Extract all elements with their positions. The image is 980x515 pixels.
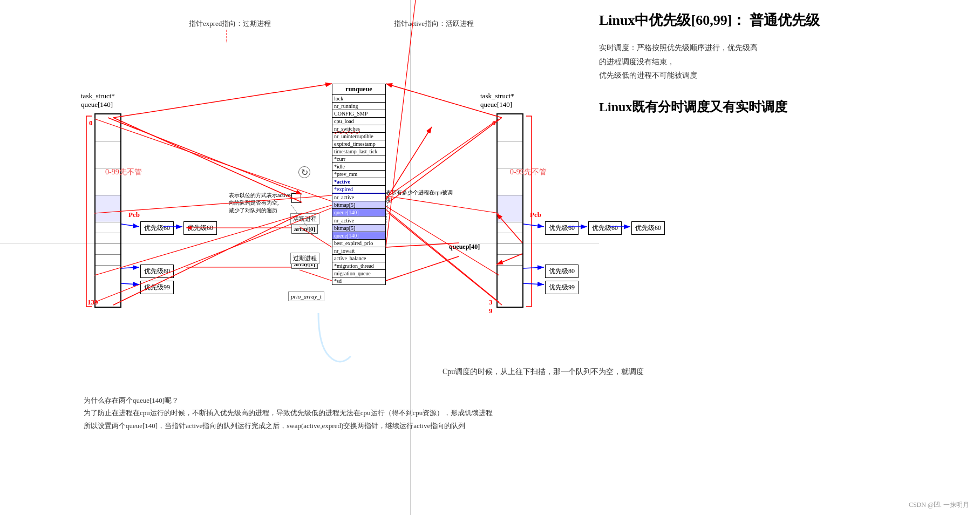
vertical-divider [410,0,411,515]
rq-nr-uninterruptible: nr_uninterruptible [332,132,385,140]
svg-line-30 [386,0,416,247]
svg-line-4 [108,118,302,194]
bottom-line1: 为什么存在两个queue[140]呢？ [84,394,493,406]
pcb-label-left: Pcb [128,211,140,219]
prio-box-l1: 优先级60 [140,221,174,235]
annot-box-left: 表示以位的方式表示active指向的队列是否有为空,减少了对队列的遍历 [229,192,299,214]
main-container: 指针expred指向：过期进程 指针active指向：活跃进程 Linux中优先… [0,0,980,515]
right-title2: Linux既有分时调度又有实时调度 [599,98,966,117]
right-title1: Linux中优先级[60,99]： 普通优先级 [599,11,966,30]
prio-box-r1: 优先级60 [545,221,579,235]
num-0-right: 0 [492,119,496,127]
active-process-label: 活跃进程 [290,213,319,225]
svg-line-7 [94,119,332,201]
prio-box-r4: 优先级80 [545,265,579,278]
num-0-left: 0 [89,119,93,127]
prio-box-l2: 优先级60 [183,221,217,235]
num-139-left: 139 [87,298,98,307]
runqueue-box: runqueue lock nr_running CONFIG_SMP cpu_… [332,84,386,285]
array0-label: array[0] [291,224,318,234]
rq-nr-active-1: nr_active [332,193,385,201]
prio-box-r5: 优先级99 [545,281,579,294]
queue-block-left [94,113,121,308]
rq-best-expired: best_expired_prio [332,239,385,247]
rq-timestamp-last-tick: timestamp_last_tick [332,147,385,155]
label-099-right: 0-99先不管 [510,167,547,177]
bottom-line2: 为了防止在进程在cpu运行的时候，不断插入优先级高的进程，导致优先级低的进程无法… [84,406,493,419]
prio-box-r3: 优先级60 [631,221,665,235]
csdn-watermark: CSDN @凹. 一抹明月 [909,500,969,510]
svg-line-38 [389,213,502,305]
cpu-annotation: Cpu调度的时候，从上往下扫描，那一个队列不为空，就调度 [443,367,644,377]
rq-queue-1: queue[140] [332,208,385,216]
rq-bitmap-2: bitmap[5] [332,224,385,232]
svg-line-33 [113,84,332,118]
svg-line-17 [121,283,139,284]
bottom-text: 为什么存在两个queue[140]呢？ 为了防止在进程在cpu运行的时候，不断插… [84,394,493,432]
svg-line-14 [386,209,499,302]
rq-lock: lock [332,94,385,102]
prio-box-l4: 优先级99 [140,281,174,294]
annotation-active: 指针active指向：活跃进程 [394,19,474,29]
queue-block-right [496,113,523,308]
svg-line-21 [523,267,544,268]
rq-sd: *sd [332,277,385,284]
task-label-right: task_struct*queue[140] [480,92,514,109]
svg-line-15 [121,224,139,227]
rq-active-balance: active_balance [332,254,385,262]
svg-line-13 [386,206,499,275]
rq-nr-active-2: nr_active [332,216,385,224]
queuep-label: queuep[40] [449,243,480,251]
right-panel: Linux中优先级[60,99]： 普通优先级 实时调度：严格按照优先级顺序进行… [599,11,966,117]
svg-line-20 [523,224,544,227]
rq-nr-iowait: nr_iowait [332,247,385,254]
rq-bitmap-1: bitmap[5] [332,201,385,208]
rq-active: *active [332,178,385,185]
rq-queue-2: queue[140] [332,232,385,239]
arrow-box [291,193,301,203]
task-label-left: task_struct*queue[140] [81,92,115,109]
prio-box-l3: 优先级80 [140,265,174,278]
rq-idle: *idle [332,162,385,170]
rq-prev-mm: *prev_mm [332,170,385,178]
runqueue-title: runqueue [332,84,385,94]
rq-nr-switches: nr_switches [332,125,385,132]
expired-process-label: 过期进程 [290,253,319,264]
svg-line-16 [121,267,139,268]
refresh-icon: ↻ [298,166,310,178]
annot-box-right: 表示有多少个进程在cpu被调度 [386,189,456,204]
right-desc1: 实时调度：严格按照优先级顺序进行，优先级高的进程调度没有结束，优先级低的进程不可… [599,41,966,82]
rq-curr: *curr [332,155,385,162]
label-099-left: 0-99先不管 [105,167,142,177]
prio-array-label: prio_array_t [288,292,324,301]
bottom-line3: 所以设置两个queue[140]，当指针active指向的队列运行完成之后，sw… [84,419,493,432]
prio-box-r2: 优先级60 [588,221,622,235]
svg-line-22 [523,283,544,284]
rq-config-smp: CONFIG_SMP [332,110,385,117]
rq-migration-queue: migration_queue [332,269,385,277]
rq-migration-thread: *migration_thread [332,262,385,269]
rq-expired-timestamp: expired_timestamp [332,140,385,147]
svg-line-42 [386,256,459,281]
svg-line-35 [113,118,302,202]
svg-line-41 [386,243,459,247]
pcb-label-right: Pcb [530,211,541,219]
num-39-right: 39 [489,298,493,315]
svg-line-11 [386,119,499,198]
rq-cpu-load: cpu_load [332,117,385,125]
svg-line-28 [300,270,332,281]
rq-expired: *expired [332,185,385,193]
annotation-expred: 指针expred指向：过期进程 [189,19,271,29]
rq-nr-running: nr_running [332,102,385,110]
